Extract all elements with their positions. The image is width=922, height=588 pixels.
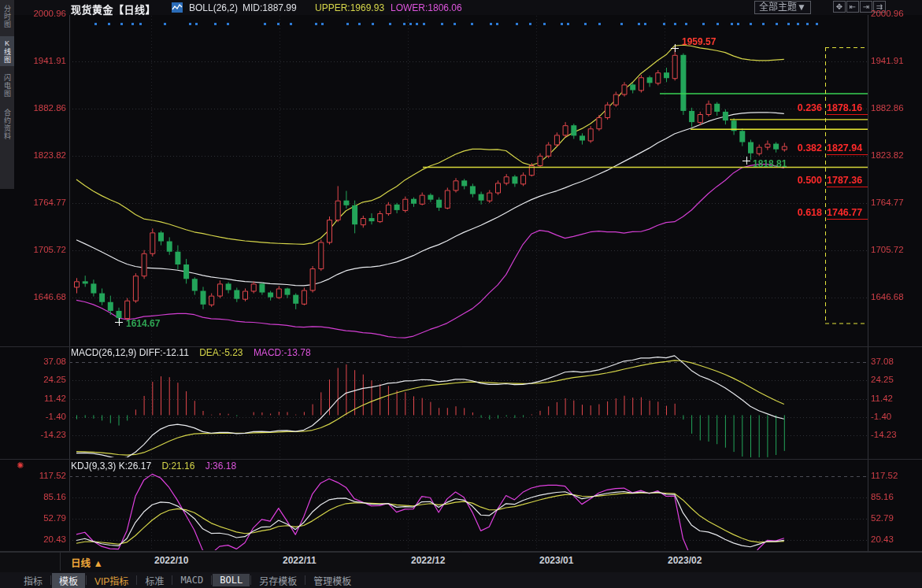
- y-axis-label: 1764.77: [17, 198, 66, 207]
- macd-header: MACD(26,12,9) DIFF:-12.11 DEA:-5.23 MACD…: [71, 347, 311, 358]
- kdj-d-label: D:21.16: [161, 460, 194, 472]
- y-axis-label: 1882.86: [17, 103, 66, 113]
- y-axis-label: 20.43: [17, 534, 66, 544]
- y-axis-label: 2000.96: [17, 9, 66, 18]
- y-axis-label: 52.79: [17, 513, 66, 523]
- toolbar-divider: [50, 575, 51, 585]
- y-axis-label-right: 85.16: [871, 492, 920, 501]
- toolbar-divider: [211, 575, 212, 585]
- toolbar-divider: [250, 575, 251, 585]
- y-axis-label-right: 1941.91: [871, 56, 920, 65]
- y-axis-label: -1.40: [17, 412, 66, 421]
- boll-mid-value: MID:1887.99: [243, 2, 297, 13]
- y-axis-label: 11.42: [17, 394, 66, 403]
- toolbar-tab-指标[interactable]: 指标: [17, 573, 50, 588]
- chart-canvas[interactable]: [0, 0, 922, 588]
- y-axis-label: 1705.72: [17, 245, 66, 254]
- boll-upper-value: UPPER:1969.93: [315, 2, 384, 13]
- toolbar-tab-模板[interactable]: 模板: [52, 573, 85, 588]
- sidebar-item-分时图[interactable]: 分时图: [0, 2, 14, 31]
- y-axis-label-right: 1882.86: [871, 103, 920, 113]
- macd-value-label: MACD:-13.78: [254, 347, 311, 358]
- y-axis-label: 1823.82: [17, 150, 66, 160]
- y-axis-label-right: 11.42: [871, 394, 920, 403]
- date-tick-label: 2023/02: [668, 555, 702, 566]
- y-axis-label-right: 1764.77: [871, 198, 920, 207]
- boll-params-label: BOLL(26,2): [189, 2, 238, 13]
- macd-dea-label: DEA:-5.23: [199, 347, 243, 358]
- toolbar-divider: [172, 575, 172, 585]
- y-axis-label: -14.23: [17, 430, 66, 439]
- price-marker-label: 1818.81: [753, 158, 787, 169]
- y-axis-label-right: 20.43: [871, 534, 920, 544]
- y-axis-label: 117.52: [17, 471, 66, 480]
- theme-dropdown[interactable]: 全部主题▼: [754, 1, 811, 14]
- fib-ratio-label: 0.382: [791, 142, 822, 153]
- fib-price-label: 1787.36: [827, 175, 868, 187]
- sidebar-item-闪电图[interactable]: 闪电图: [0, 71, 14, 101]
- toolbar-tab-MACD[interactable]: MACD: [173, 574, 210, 586]
- y-axis-label-right: 2000.96: [871, 9, 920, 18]
- macd-diff-label: MACD(26,12,9) DIFF:-12.11: [71, 347, 189, 358]
- fib-price-label: 1746.77: [827, 207, 868, 220]
- pan-tool-icon[interactable]: ✥: [833, 1, 846, 13]
- kline-chart-icon: [172, 2, 183, 13]
- y-axis-label: 85.16: [17, 492, 66, 501]
- x-axis-divider: [60, 553, 61, 571]
- kdj-j-label: J:36.18: [206, 460, 236, 472]
- y-axis-label: 1646.68: [17, 292, 66, 301]
- fib-ratio-label: 0.500: [791, 175, 822, 186]
- y-axis-label: 24.25: [17, 375, 66, 384]
- y-axis-label-right: 24.25: [871, 375, 920, 384]
- y-axis-label: 1941.91: [17, 56, 66, 65]
- y-axis-label-right: 37.08: [871, 357, 920, 366]
- top-bar: 现货黄金【日线】 BOLL(26,2) MID:1887.99 UPPER:19…: [14, 0, 922, 15]
- bottom-toolbar: 指标模板VIP指标标准MACDBOLL另存模板管理模板: [0, 572, 922, 588]
- fib-ratio-label: 0.618: [791, 207, 822, 218]
- instrument-title: 现货黄金【日线】: [71, 2, 156, 17]
- date-tick-label: 2023/01: [539, 555, 573, 566]
- toolbar-tab-BOLL[interactable]: BOLL: [213, 574, 250, 586]
- boll-lower-value: LOWER:1806.06: [391, 2, 462, 13]
- toolbar-tab-管理模板[interactable]: 管理模板: [306, 573, 358, 588]
- kdj-k-label: KDJ(9,3,3) K:26.17: [71, 460, 151, 472]
- date-tick-label: 2022/12: [411, 555, 445, 566]
- toolbar-divider: [305, 575, 305, 585]
- y-axis-label-right: 1705.72: [871, 245, 920, 254]
- fib-price-label: 1827.94: [827, 142, 868, 155]
- y-axis-label-right: 117.52: [871, 471, 920, 480]
- toolbar-divider: [136, 575, 137, 585]
- toolbar-divider: [86, 575, 87, 585]
- y-axis-label-right: 52.79: [871, 513, 920, 523]
- y-axis-label-right: 1646.68: [871, 292, 920, 301]
- sidebar-item-K线图[interactable]: K线图: [0, 36, 14, 66]
- price-marker-label: 1614.67: [126, 318, 160, 329]
- fib-ratio-label: 0.236: [791, 102, 822, 113]
- date-tick-label: 2022/10: [154, 555, 188, 566]
- date-tick-label: 2022/11: [283, 555, 317, 566]
- fit-left-icon[interactable]: ⇤: [846, 1, 859, 13]
- y-axis-label: 37.08: [17, 357, 66, 366]
- y-axis-label-right: -1.40: [871, 412, 920, 421]
- toolbar-tab-VIP指标[interactable]: VIP指标: [87, 573, 135, 588]
- sidebar-item-合约资料[interactable]: 合约资料: [0, 105, 14, 143]
- toolbar-tab-标准[interactable]: 标准: [138, 573, 171, 588]
- fib-price-label: 1878.16: [827, 102, 868, 115]
- y-axis-label-right: 1823.82: [871, 150, 920, 160]
- kdj-header: KDJ(9,3,3) K:26.17 D:21.16 J:36.18: [71, 460, 236, 472]
- period-selector[interactable]: 日线 ▲: [71, 555, 103, 570]
- trading-terminal: 现货黄金【日线】 BOLL(26,2) MID:1887.99 UPPER:19…: [0, 0, 922, 588]
- y-axis-label-right: -14.23: [871, 430, 920, 439]
- x-axis-strip: [0, 552, 922, 573]
- toolbar-tab-另存模板[interactable]: 另存模板: [252, 573, 304, 588]
- indicator-flag-icon[interactable]: ✺: [17, 460, 24, 471]
- price-marker-label: 1959.57: [682, 36, 716, 47]
